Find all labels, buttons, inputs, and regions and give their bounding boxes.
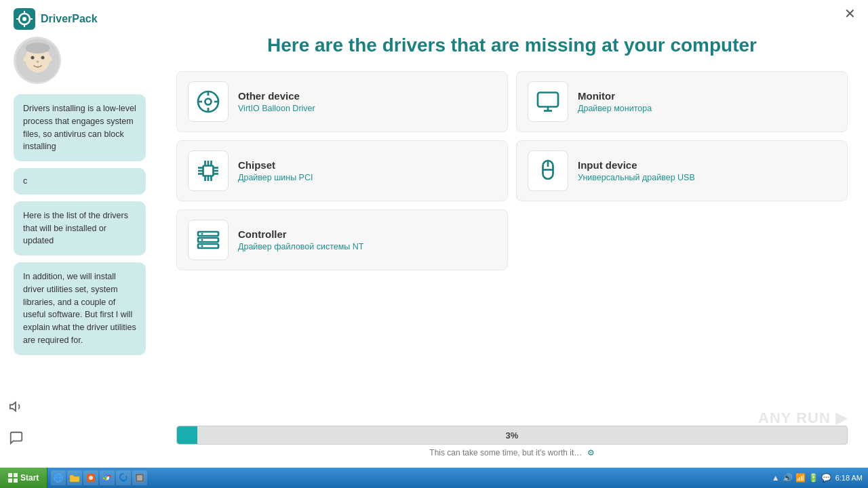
tray-volume-icon[interactable]: 🔊 (783, 473, 793, 483)
chat-icon[interactable] (7, 428, 26, 447)
driver-subname-input: Универсальный драйвер USB (578, 173, 695, 182)
svg-marker-15 (10, 403, 16, 411)
driver-card-chipset: Chipset Драйвер шины PCI (176, 140, 508, 201)
taskbar-quick-launch (47, 470, 151, 485)
driver-icon-box-input (528, 150, 568, 191)
driver-card-input: Input device Универсальный драйвер USB (516, 140, 848, 201)
svg-point-2 (22, 17, 26, 21)
driver-info-other: Other device VirtIO Balloon Driver (238, 90, 315, 113)
svg-rect-59 (137, 475, 142, 481)
driver-info-monitor: Monitor Драйвер монитора (578, 90, 652, 113)
driver-card-other-device: Other device VirtIO Balloon Driver (176, 71, 508, 132)
driver-name-other: Other device (238, 90, 315, 102)
logo-area: DriverPack (14, 8, 98, 30)
taskbar-ie-icon[interactable] (51, 470, 66, 485)
taskbar-app-icon[interactable] (83, 470, 98, 485)
driver-info-chipset: Chipset Драйвер шины PCI (238, 159, 313, 182)
watermark: ANY RUN ▶ (758, 409, 848, 427)
svg-point-12 (23, 56, 27, 62)
progress-bar-fill (177, 426, 197, 444)
tray-network-icon[interactable]: 📶 (795, 473, 806, 483)
tray-notification-icon[interactable]: 💬 (821, 473, 831, 483)
driver-subname-monitor: Драйвер монитора (578, 104, 652, 113)
taskbar: Start (0, 468, 868, 488)
chat-bubble-1: Drivers installing is a low-level proces… (14, 94, 146, 161)
driver-icon-box-chipset (188, 150, 229, 191)
svg-rect-22 (538, 93, 558, 107)
chat-bubble-4: In addition, we will install driver util… (14, 262, 146, 355)
app-header: DriverPack (0, 0, 868, 30)
logo-icon (14, 8, 35, 30)
start-label: Start (20, 473, 39, 483)
svg-point-10 (41, 56, 44, 59)
logo-text: DriverPack (41, 13, 98, 25)
taskbar-right: ▲ 🔊 📶 🔋 💬 6:18 AM (772, 473, 868, 483)
driver-info-controller: Controller Драйвер файловой системы NT (238, 228, 363, 251)
page-title: Here are the drivers that are missing at… (176, 30, 848, 58)
chat-bubble-2: с (14, 168, 146, 195)
tray-arrow-icon[interactable]: ▲ (772, 473, 780, 483)
right-panel: Here are the drivers that are missing at… (156, 30, 868, 468)
left-panel: Drivers installing is a low-level proces… (0, 30, 156, 468)
progress-label: 3% (506, 430, 519, 441)
svg-rect-25 (203, 166, 214, 176)
driver-subname-chipset: Драйвер шины PCI (238, 173, 313, 182)
driver-name-chipset: Chipset (238, 159, 313, 171)
driver-name-monitor: Monitor (578, 90, 652, 102)
avatar (14, 37, 61, 84)
progress-bar-container: 3% (176, 426, 848, 445)
main-content: Drivers installing is a low-level proces… (0, 30, 868, 468)
driver-icon-box-monitor (528, 81, 568, 122)
svg-point-13 (47, 56, 52, 62)
progress-subtext: This can take some time, but it's worth … (176, 448, 848, 458)
chat-bubble-3: Here is the list of the drivers that wil… (14, 201, 146, 256)
avatar-face-svg (16, 39, 60, 83)
svg-rect-48 (14, 473, 18, 477)
driver-subname-controller: Драйвер файловой системы NT (238, 242, 363, 251)
driver-card-controller: Controller Драйвер файловой системы NT (176, 209, 508, 270)
svg-rect-49 (8, 479, 12, 483)
driver-card-monitor: Monitor Драйвер монитора (516, 71, 848, 132)
driver-name-controller: Controller (238, 228, 363, 240)
svg-point-11 (36, 60, 39, 62)
svg-point-55 (89, 476, 93, 480)
driver-name-input: Input device (578, 159, 695, 171)
taskbar-folder-icon[interactable] (67, 470, 82, 485)
close-button[interactable]: ✕ (844, 7, 856, 20)
taskbar-time: 6:18 AM (835, 474, 863, 482)
svg-point-17 (205, 99, 212, 105)
driver-info-input: Input device Универсальный драйвер USB (578, 159, 695, 182)
svg-rect-50 (14, 479, 18, 483)
svg-rect-47 (8, 473, 12, 477)
progress-section: 3% This can take some time, but it's wor… (176, 426, 848, 461)
taskbar-misc-icon[interactable] (132, 470, 147, 485)
driver-subname-other: VirtIO Balloon Driver (238, 104, 315, 113)
sidebar-icons (0, 397, 33, 447)
windows-icon (8, 473, 18, 483)
volume-icon[interactable] (7, 397, 26, 416)
sys-tray: ▲ 🔊 📶 🔋 💬 (772, 473, 831, 483)
driver-grid: Other device VirtIO Balloon Driver (176, 71, 848, 270)
driver-icon-box-controller (188, 220, 229, 260)
taskbar-edge-icon[interactable] (116, 470, 131, 485)
svg-point-14 (25, 43, 50, 54)
driver-icon-box-other (188, 81, 229, 122)
svg-point-9 (31, 56, 34, 59)
start-button[interactable]: Start (0, 468, 47, 488)
taskbar-chrome-icon[interactable] (100, 470, 115, 485)
app-window: ✕ DriverPack (0, 0, 868, 468)
tray-power-icon[interactable]: 🔋 (808, 473, 818, 483)
